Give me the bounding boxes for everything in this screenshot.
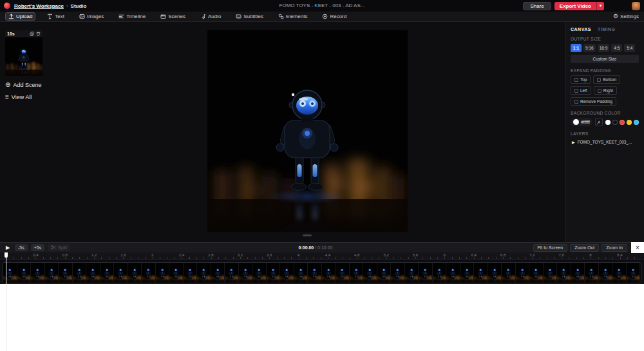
filmstrip-frame[interactable]	[336, 263, 350, 283]
close-timeline-button[interactable]: ×	[631, 242, 644, 253]
filmstrip-frame[interactable]	[488, 263, 502, 283]
filmstrip-frame[interactable]	[322, 263, 336, 283]
filmstrip-frame[interactable]	[516, 263, 530, 283]
filmstrip-frame[interactable]	[169, 263, 184, 283]
color-value-pill[interactable]: #ffffff	[571, 118, 592, 126]
filmstrip-frame[interactable]	[114, 263, 128, 283]
timeline-ruler[interactable]: 00.40.81.21.622.42.83.23.644.44.85.25.66…	[0, 252, 644, 260]
filmstrip-frame[interactable]	[128, 263, 142, 283]
tool-timeline[interactable]: Timeline	[115, 12, 149, 21]
padding-right-checkbox[interactable]: Right	[594, 86, 617, 95]
duplicate-scene-icon[interactable]	[30, 32, 34, 36]
ratio-5-4-button[interactable]: 5:4	[624, 44, 635, 52]
color-swatch[interactable]	[620, 120, 625, 125]
filmstrip-frame[interactable]	[529, 263, 544, 283]
filmstrip-frame[interactable]	[474, 263, 488, 283]
playhead-line[interactable]	[6, 252, 6, 284]
tool-scenes[interactable]: Scenes	[157, 12, 189, 21]
filmstrip-frame[interactable]	[350, 263, 364, 283]
padding-top-checkbox[interactable]: Top	[571, 75, 591, 84]
filmstrip-frame[interactable]	[627, 263, 641, 283]
app-logo-icon[interactable]	[4, 3, 10, 9]
filmstrip-frame[interactable]	[308, 263, 322, 283]
ratio-16-9-button[interactable]: 16:9	[598, 44, 610, 52]
filmstrip-frame[interactable]	[100, 263, 115, 283]
filmstrip-frame[interactable]	[59, 263, 73, 283]
filmstrip-frame[interactable]	[267, 263, 281, 283]
filmstrip-frame[interactable]	[73, 263, 87, 283]
tab-canvas[interactable]: CANVAS	[571, 27, 591, 32]
tab-timing[interactable]: TIMING	[598, 27, 616, 32]
remove-padding-checkbox[interactable]: Remove Padding	[571, 97, 616, 106]
video-canvas[interactable]	[207, 30, 408, 232]
filmstrip-frame[interactable]	[557, 263, 571, 283]
filmstrip-frame[interactable]	[184, 263, 198, 283]
filmstrip-frame[interactable]	[433, 263, 447, 283]
ratio-1-1-button[interactable]: 1:1	[571, 44, 582, 52]
filmstrip-frame[interactable]	[391, 263, 405, 283]
filmstrip-frame[interactable]	[156, 263, 170, 283]
delete-scene-icon[interactable]	[36, 32, 41, 36]
ratio-4-5-button[interactable]: 4:5	[611, 44, 622, 52]
layer-item[interactable]: ▶ FOMO_TOYS_KEET_003_...	[571, 138, 639, 146]
filmstrip-frame[interactable]	[280, 263, 294, 283]
ratio-9-16-button[interactable]: 9:16	[583, 44, 596, 52]
tool-audio[interactable]: Audio	[197, 12, 224, 21]
filmstrip-frame[interactable]	[294, 263, 308, 283]
filmstrip-frame[interactable]	[460, 263, 475, 283]
project-title[interactable]: FOMO TOYS - KEET - 003 - AD AS...	[279, 0, 365, 12]
filmstrip-frame[interactable]	[446, 263, 460, 283]
filmstrip-frame[interactable]	[239, 263, 253, 283]
filmstrip-frame[interactable]	[419, 263, 433, 283]
export-options-button[interactable]: ▾	[596, 2, 604, 10]
color-swatch[interactable]	[612, 120, 618, 125]
tool-elements[interactable]: Elements	[275, 12, 310, 21]
fit-to-screen-button[interactable]: Fit to Screen	[533, 244, 568, 252]
filmstrip-frame[interactable]	[571, 263, 585, 283]
scene-thumbnail-image[interactable]	[5, 37, 43, 76]
color-swatch[interactable]	[627, 120, 632, 125]
filmstrip-frame[interactable]	[211, 263, 225, 283]
breadcrumb-workspace[interactable]: Robert's Workspace	[14, 3, 64, 9]
filmstrip-frame[interactable]	[31, 263, 45, 283]
filmstrip-frame[interactable]	[599, 263, 613, 283]
tool-upload[interactable]: Upload	[5, 12, 35, 21]
filmstrip-frame[interactable]	[612, 263, 627, 283]
filmstrip-frame[interactable]	[405, 263, 419, 283]
tool-record[interactable]: Record	[319, 12, 350, 21]
filmstrip-frame[interactable]	[197, 263, 211, 283]
split-button[interactable]: Split	[48, 244, 70, 251]
filmstrip-frame[interactable]	[363, 263, 377, 283]
canvas-resize-handle[interactable]	[303, 234, 312, 236]
jump-back-5s-button[interactable]: -5s	[15, 244, 28, 251]
eyedropper-button[interactable]	[595, 118, 603, 126]
export-video-button[interactable]: Export Video	[554, 2, 596, 10]
settings-button[interactable]: ⚙ Settings	[613, 14, 639, 19]
filmstrip-frame[interactable]	[17, 263, 32, 283]
add-scene-button[interactable]: ⊕ Add Scene	[5, 82, 43, 88]
tool-images[interactable]: Images	[76, 12, 107, 21]
color-swatch[interactable]	[634, 120, 639, 125]
tool-text[interactable]: Text	[44, 12, 68, 21]
scene-thumbnail-card[interactable]: 10s	[5, 30, 43, 76]
filmstrip-frame[interactable]	[377, 263, 392, 283]
view-all-button[interactable]: ≡ View All	[5, 94, 43, 100]
filmstrip-clip[interactable]	[3, 262, 641, 283]
filmstrip-frame[interactable]	[544, 263, 558, 283]
custom-size-button[interactable]: Custom Size	[571, 55, 639, 63]
play-button[interactable]: ▶	[4, 245, 12, 251]
padding-left-checkbox[interactable]: Left	[571, 86, 591, 95]
jump-forward-5s-button[interactable]: +5s	[31, 244, 44, 251]
zoom-in-button[interactable]: Zoom In	[601, 244, 627, 252]
filmstrip-frame[interactable]	[502, 263, 516, 283]
user-avatar[interactable]	[632, 2, 640, 10]
zoom-out-button[interactable]: Zoom Out	[570, 244, 599, 252]
padding-bottom-checkbox[interactable]: Bottom	[593, 75, 620, 84]
filmstrip-frame[interactable]	[225, 263, 239, 283]
share-button[interactable]: Share	[523, 2, 551, 10]
color-swatch[interactable]	[605, 120, 611, 125]
tool-subtitles[interactable]: Subtitles	[232, 12, 267, 21]
filmstrip-frame[interactable]	[45, 263, 59, 283]
filmstrip-frame[interactable]	[252, 263, 267, 283]
filmstrip-frame[interactable]	[142, 263, 156, 283]
